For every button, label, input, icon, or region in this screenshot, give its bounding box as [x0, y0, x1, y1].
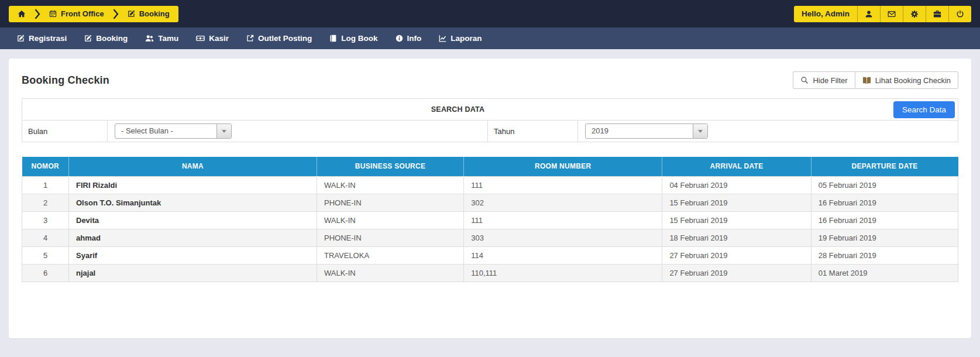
breadcrumb-home[interactable]: [9, 6, 35, 22]
cell-business-source: PHONE-IN: [317, 229, 464, 246]
menu-item-outlet-posting[interactable]: Outlet Posting: [238, 28, 321, 49]
bulan-select-value: - Select Bulan -: [115, 124, 231, 138]
menu-label: Registrasi: [29, 34, 67, 43]
cell-nomor: 6: [22, 264, 69, 282]
settings-button[interactable]: [903, 6, 926, 22]
cell-nomor: 4: [22, 229, 69, 246]
briefcase-icon: [933, 10, 941, 18]
cell-nomor: 1: [22, 176, 69, 194]
caret-down-icon: [222, 130, 226, 133]
table-row: 2Olson T.O. SimanjuntakPHONE-IN30215 Feb…: [22, 194, 958, 211]
edit-icon: [17, 35, 25, 42]
column-header: BUSINESS SOURCE: [317, 157, 464, 176]
cell-room-number: 302: [464, 194, 662, 211]
cell-arrival-date: 15 Februari 2019: [662, 194, 811, 211]
breadcrumb-label: Booking: [139, 9, 170, 18]
info-circle-icon: [396, 35, 403, 42]
breadcrumb-label: Front Office: [61, 9, 104, 18]
column-header: ARRIVAL DATE: [662, 157, 811, 176]
filter-title: SEARCH DATA: [22, 105, 893, 114]
filter-fields-row: Bulan - Select Bulan - Tahun 2019: [22, 121, 958, 142]
topbar: Front Office Booking Hello, Admin: [0, 0, 980, 28]
search-icon: [800, 76, 809, 84]
money-icon: [196, 34, 205, 43]
menu-item-tamu[interactable]: Tamu: [136, 28, 187, 49]
cell-nomor: 5: [22, 246, 69, 264]
breadcrumb: Front Office Booking: [9, 6, 178, 22]
select-caret-button[interactable]: [216, 124, 231, 138]
cell-departure-date: 05 Februari 2019: [811, 176, 958, 194]
menu-item-log-book[interactable]: Log Book: [321, 28, 386, 49]
menu-label: Tamu: [158, 34, 178, 43]
filter-header-row: SEARCH DATA Search Data: [22, 99, 958, 121]
menu-item-laporan[interactable]: Laporan: [430, 28, 490, 49]
menu-label: Laporan: [451, 34, 482, 43]
cell-room-number: 110,111: [464, 264, 662, 282]
share-square-icon: [246, 35, 254, 42]
cell-departure-date: 16 Februari 2019: [811, 211, 958, 229]
cell-arrival-date: 18 Februari 2019: [662, 229, 811, 246]
bulan-select[interactable]: - Select Bulan -: [115, 123, 232, 139]
table-header-row: NOMORNAMABUSINESS SOURCEROOM NUMBERARRIV…: [22, 157, 958, 176]
cell-nama: FIRI Rizaldi: [69, 176, 317, 194]
column-header: NOMOR: [22, 157, 69, 176]
hide-filter-label: Hide Filter: [813, 76, 847, 85]
table-row: 5SyarifTRAVELOKA11427 Februari 201928 Fe…: [22, 246, 958, 264]
chart-line-icon: [439, 35, 446, 42]
logout-button[interactable]: [948, 6, 971, 22]
table-row: 3DevitaWALK-IN11115 Februari 201916 Febr…: [22, 211, 958, 229]
page-header: Booking Checkin Hide Filter Lihat Bookin…: [22, 71, 958, 89]
cell-nama: Devita: [69, 211, 317, 229]
menu-item-registrasi[interactable]: Registrasi: [8, 28, 75, 49]
power-icon: [956, 10, 964, 18]
menu-item-booking[interactable]: Booking: [75, 28, 136, 49]
page-title: Booking Checkin: [22, 74, 109, 87]
cell-arrival-date: 04 Februari 2019: [662, 176, 811, 194]
table-row: 1FIRI RizaldiWALK-IN11104 Februari 20190…: [22, 176, 958, 194]
cell-arrival-date: 27 Februari 2019: [662, 246, 811, 264]
user-menu-button[interactable]: [857, 6, 880, 22]
tahun-select[interactable]: 2019: [585, 123, 708, 139]
breadcrumb-front-office[interactable]: Front Office: [40, 6, 113, 22]
cell-arrival-date: 15 Februari 2019: [662, 211, 811, 229]
header-button-group: Hide Filter Lihat Booking Checkin: [793, 71, 958, 89]
column-header: DEPARTURE DATE: [811, 157, 958, 176]
apps-button[interactable]: [926, 6, 948, 22]
cell-nomor: 3: [22, 211, 69, 229]
user-toolbar: Hello, Admin: [794, 6, 971, 22]
envelope-icon: [888, 10, 896, 18]
search-data-button[interactable]: Search Data: [893, 101, 955, 118]
cell-room-number: 114: [464, 246, 662, 264]
cell-business-source: PHONE-IN: [317, 194, 464, 211]
menu-label: Info: [407, 34, 422, 43]
cell-business-source: WALK-IN: [317, 211, 464, 229]
book-icon: [329, 35, 337, 42]
menu-label: Outlet Posting: [258, 34, 312, 43]
cell-departure-date: 01 Maret 2019: [811, 264, 958, 282]
menu-item-info[interactable]: Info: [387, 28, 431, 49]
search-filter-panel: SEARCH DATA Search Data Bulan - Select B…: [22, 98, 958, 142]
lihat-booking-checkin-button[interactable]: Lihat Booking Checkin: [855, 71, 958, 89]
menu-label: Log Book: [341, 34, 377, 43]
cell-business-source: WALK-IN: [317, 176, 464, 194]
lihat-booking-label: Lihat Booking Checkin: [875, 76, 951, 85]
messages-button[interactable]: [880, 6, 903, 22]
edit-icon: [128, 10, 135, 18]
tahun-cell: 2019: [578, 121, 958, 142]
caret-down-icon: [698, 130, 703, 133]
content-card: Booking Checkin Hide Filter Lihat Bookin…: [9, 59, 971, 338]
tahun-label: Tahun: [488, 121, 578, 142]
breadcrumb-booking[interactable]: Booking: [119, 6, 178, 22]
user-greeting[interactable]: Hello, Admin: [794, 6, 857, 22]
calendar-icon: [49, 10, 57, 18]
bulan-label: Bulan: [22, 121, 108, 142]
cell-nama: ahmad: [69, 229, 317, 246]
cell-business-source: WALK-IN: [317, 264, 464, 282]
hide-filter-button[interactable]: Hide Filter: [793, 71, 854, 89]
menu-item-kasir[interactable]: Kasir: [187, 28, 238, 49]
select-caret-button[interactable]: [693, 124, 707, 138]
cell-nama: Syarif: [69, 246, 317, 264]
column-header: NAMA: [69, 157, 317, 176]
cell-nomor: 2: [22, 194, 69, 211]
cell-room-number: 111: [464, 211, 662, 229]
